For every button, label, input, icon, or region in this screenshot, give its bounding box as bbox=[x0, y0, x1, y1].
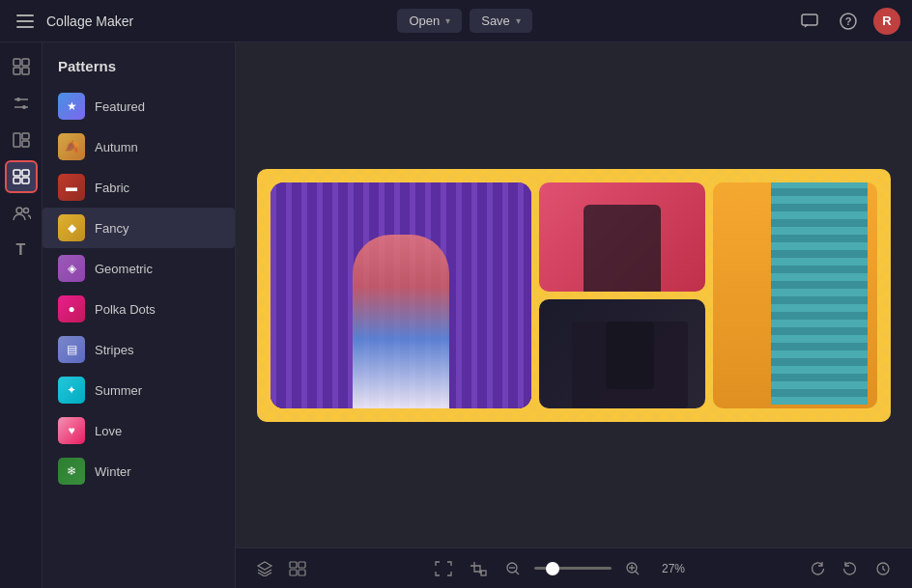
pattern-icon-polka: ● bbox=[58, 295, 85, 322]
fit-screen-button[interactable] bbox=[430, 555, 457, 582]
pattern-label-featured: Featured bbox=[95, 99, 145, 114]
canvas-viewport bbox=[236, 42, 912, 547]
person-3 bbox=[606, 322, 654, 389]
svg-rect-21 bbox=[299, 562, 305, 568]
sidebar-item-sliders[interactable] bbox=[5, 87, 38, 120]
sidebar-item-add[interactable] bbox=[5, 50, 38, 83]
text-icon: T bbox=[16, 241, 26, 259]
pattern-label-geometric: Geometric bbox=[95, 262, 153, 276]
save-chevron-icon: ▾ bbox=[516, 15, 521, 26]
sidebar-item-text[interactable]: T bbox=[5, 234, 38, 266]
pattern-icon-autumn: 🍂 bbox=[58, 133, 85, 160]
add-icon bbox=[13, 58, 30, 75]
svg-point-19 bbox=[23, 209, 28, 213]
history-icon bbox=[874, 561, 892, 576]
pattern-icon-geometric: ◈ bbox=[58, 255, 85, 282]
zoom-in-icon bbox=[625, 561, 641, 576]
save-label: Save bbox=[481, 14, 510, 28]
pattern-item-featured[interactable]: ★Featured bbox=[43, 86, 235, 126]
svg-point-18 bbox=[16, 208, 22, 213]
open-button[interactable]: Open ▾ bbox=[397, 9, 462, 33]
users-icon bbox=[12, 206, 31, 221]
pattern-item-winter[interactable]: ❄Winter bbox=[43, 451, 235, 491]
undo-button[interactable] bbox=[837, 555, 864, 582]
pattern-label-fabric: Fabric bbox=[95, 181, 129, 195]
menu-button[interactable] bbox=[12, 8, 39, 35]
pattern-label-love: Love bbox=[95, 424, 122, 438]
pattern-icon-summer: ✦ bbox=[58, 377, 85, 404]
svg-rect-0 bbox=[802, 14, 817, 25]
photo-4 bbox=[713, 182, 877, 408]
svg-line-31 bbox=[635, 571, 639, 574]
grid-view-icon bbox=[289, 561, 306, 576]
pattern-item-polka[interactable]: ●Polka Dots bbox=[43, 289, 235, 329]
pattern-list: ★Featured🍂Autumn▬Fabric◆Fancy◈Geometric●… bbox=[43, 86, 235, 491]
help-button[interactable]: ? bbox=[835, 8, 862, 35]
pattern-icon-stripes: ▤ bbox=[58, 336, 85, 363]
app-title: Collage Maker bbox=[46, 14, 133, 29]
history-button[interactable] bbox=[869, 555, 897, 582]
pattern-icon-winter: ❄ bbox=[58, 458, 85, 485]
pattern-label-autumn: Autumn bbox=[95, 140, 138, 154]
pattern-item-geometric[interactable]: ◈Geometric bbox=[43, 248, 235, 289]
collage-cell-4 bbox=[713, 182, 877, 408]
crop-button[interactable] bbox=[465, 555, 492, 582]
pattern-item-autumn[interactable]: 🍂Autumn bbox=[43, 126, 235, 167]
save-button[interactable]: Save ▾ bbox=[470, 9, 532, 33]
patterns-panel: Patterns ★Featured🍂Autumn▬Fabric◆Fancy◈G… bbox=[43, 42, 236, 588]
open-label: Open bbox=[409, 14, 440, 28]
redo-icon bbox=[809, 561, 826, 576]
svg-point-10 bbox=[22, 105, 26, 109]
svg-line-27 bbox=[515, 571, 519, 574]
topbar-left: Collage Maker bbox=[12, 8, 133, 35]
zoom-out-button[interactable] bbox=[499, 555, 527, 582]
pattern-item-stripes[interactable]: ▤Stripes bbox=[43, 329, 235, 370]
person-1 bbox=[353, 235, 449, 408]
pattern-item-love[interactable]: ♥Love bbox=[43, 410, 235, 451]
sidebar-item-layout[interactable] bbox=[5, 124, 38, 156]
svg-rect-5 bbox=[14, 68, 20, 74]
pattern-item-summer[interactable]: ✦Summer bbox=[43, 370, 235, 410]
avatar[interactable]: R bbox=[873, 8, 900, 35]
bottom-bar: 27% bbox=[236, 547, 912, 588]
svg-rect-23 bbox=[299, 570, 305, 575]
pattern-label-winter: Winter bbox=[95, 464, 131, 479]
collage-grid bbox=[271, 182, 877, 408]
zoom-in-button[interactable] bbox=[619, 555, 646, 582]
grid-view-button[interactable] bbox=[284, 555, 311, 582]
layout-icon bbox=[13, 132, 30, 148]
pattern-label-stripes: Stripes bbox=[95, 343, 133, 357]
svg-rect-6 bbox=[22, 68, 29, 74]
crop-icon bbox=[470, 561, 487, 576]
collage-cell-3 bbox=[539, 299, 705, 408]
sidebar-item-patterns[interactable] bbox=[5, 160, 38, 193]
zoom-slider[interactable] bbox=[534, 567, 612, 570]
zoom-out-icon bbox=[505, 561, 521, 576]
collage-wrapper[interactable] bbox=[257, 169, 891, 422]
svg-point-8 bbox=[16, 98, 20, 101]
svg-rect-3 bbox=[14, 59, 20, 66]
svg-rect-15 bbox=[22, 170, 29, 176]
patterns-icon bbox=[13, 169, 30, 184]
collage-border bbox=[257, 169, 891, 422]
topbar-center: Open ▾ Save ▾ bbox=[143, 9, 786, 33]
bottom-right-controls bbox=[804, 555, 897, 582]
menu-icon bbox=[16, 14, 34, 28]
help-icon: ? bbox=[840, 13, 857, 30]
pattern-icon-love: ♥ bbox=[58, 417, 85, 444]
photo-3 bbox=[539, 299, 705, 408]
collage-cell-1 bbox=[271, 182, 531, 408]
undo-icon bbox=[841, 561, 859, 576]
pattern-label-polka: Polka Dots bbox=[95, 302, 156, 317]
svg-rect-16 bbox=[14, 178, 20, 183]
pattern-item-fabric[interactable]: ▬Fabric bbox=[43, 167, 235, 208]
pattern-item-fancy[interactable]: ◆Fancy bbox=[43, 208, 235, 248]
redo-button[interactable] bbox=[804, 555, 831, 582]
chat-button[interactable] bbox=[796, 8, 823, 35]
svg-rect-11 bbox=[14, 133, 20, 147]
main-area: T Patterns ★Featured🍂Autumn▬Fabric◆Fancy… bbox=[0, 42, 912, 588]
sliders-icon bbox=[13, 96, 30, 111]
layers-button[interactable] bbox=[251, 555, 278, 582]
sidebar-item-users[interactable] bbox=[5, 197, 38, 230]
topbar: Collage Maker Open ▾ Save ▾ ? R bbox=[0, 0, 912, 42]
